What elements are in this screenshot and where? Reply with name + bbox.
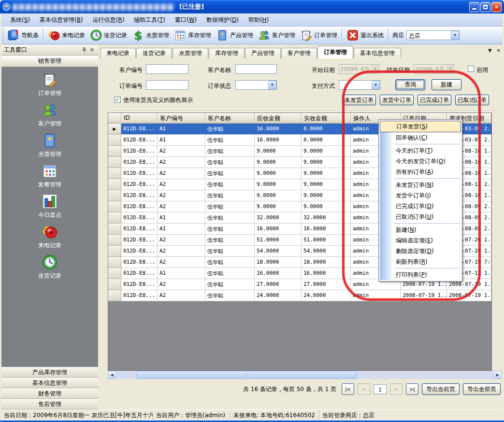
menu-item-t[interactable]: 辅助工具(T) xyxy=(129,14,170,26)
row-selector[interactable] xyxy=(108,212,121,224)
maximize-button[interactable] xyxy=(480,2,490,12)
sidebar-group-1[interactable]: 基本信息管理 xyxy=(1,378,98,388)
context-menu-item-15[interactable]: 刷新列表(R) xyxy=(380,256,461,267)
column-header-2[interactable]: 客户名称 xyxy=(205,113,255,124)
tab-水票管理[interactable]: 水票管理 xyxy=(173,48,208,58)
end-date-dropdown-icon[interactable]: ▼ xyxy=(446,65,454,73)
row-selector[interactable]: ▶ xyxy=(108,124,121,135)
sidebar-item-order-scroll[interactable]: 订单管理 xyxy=(1,71,98,102)
tab-close-icon[interactable]: ✕ xyxy=(497,48,501,53)
toolbar-button-product-book[interactable]: 产品管理 xyxy=(214,28,256,43)
query-button[interactable]: 查询 xyxy=(395,79,425,90)
sidebar-item-people[interactable]: 客户管理 xyxy=(1,102,98,132)
menu-item-b[interactable]: 基本信息管理(B) xyxy=(35,14,88,26)
order-status-combo[interactable]: ▼ xyxy=(235,80,277,90)
row-selector[interactable] xyxy=(108,257,121,268)
order-code-input[interactable] xyxy=(146,80,188,90)
row-selector[interactable] xyxy=(108,201,121,212)
tab-订单管理[interactable]: 订单管理 xyxy=(317,46,353,58)
toolbar-button-people[interactable]: 客户管理 xyxy=(256,28,298,43)
row-selector[interactable] xyxy=(108,179,121,190)
sidebar-group-2[interactable]: 财务管理 xyxy=(1,388,98,399)
toolbar-button-exit-x[interactable]: 退出系统 xyxy=(344,28,386,43)
row-selector[interactable] xyxy=(108,235,121,246)
sidebar-group-3[interactable]: 售后管理 xyxy=(1,399,98,409)
first-page-button[interactable]: |< xyxy=(342,383,354,395)
last-page-button[interactable]: >| xyxy=(406,383,418,395)
store-combo[interactable]: 总店▼ xyxy=(406,30,460,40)
close-button[interactable]: ✕ xyxy=(491,2,502,12)
tab-基本信息管理[interactable]: 基本信息管理 xyxy=(354,48,401,58)
pay-method-dropdown-icon[interactable]: ▼ xyxy=(372,81,380,89)
horizontal-scrollbar[interactable]: ◀ ▶ xyxy=(108,371,502,379)
customer-code-input[interactable] xyxy=(146,64,188,74)
context-menu-item-13[interactable]: 编辑选定项(E) xyxy=(380,235,461,246)
scroll-right-icon[interactable]: ▶ xyxy=(493,371,502,379)
context-menu-item-17[interactable]: 打印列表(P) xyxy=(380,269,461,280)
order-status-dropdown-icon[interactable]: ▼ xyxy=(268,81,276,89)
context-menu-item-14[interactable]: 删除选定项(D) xyxy=(380,246,461,256)
context-menu-item-7[interactable]: 未发货订单(N) xyxy=(380,180,461,190)
delivery-color-checkbox[interactable] xyxy=(115,97,121,103)
context-menu-item-0[interactable]: 订单发货(S) xyxy=(380,121,461,132)
sidebar-item-calendar-grid[interactable]: 套餐管理 xyxy=(1,163,98,193)
sidebar-item-product-book[interactable]: 水票管理 xyxy=(1,132,98,163)
context-menu-item-4[interactable]: 今天的发货订单(O) xyxy=(380,156,461,167)
start-date-picker[interactable]: 2009年 6月 8日▼ xyxy=(339,64,379,74)
context-menu-item-10[interactable]: 已取消订单(U) xyxy=(380,211,461,222)
row-selector[interactable] xyxy=(108,224,121,235)
toolbar-button-clock[interactable]: 送货记录 xyxy=(87,28,130,43)
status-filter-button-1[interactable]: 发货中订单 xyxy=(380,95,414,105)
tab-list-dropdown-icon[interactable]: ▼ xyxy=(488,48,492,53)
tab-送货记录[interactable]: 送货记录 xyxy=(136,48,172,58)
toolbar-button-nav-book[interactable]: 导航条 xyxy=(5,28,41,43)
column-header-1[interactable]: 客户编号 xyxy=(158,113,205,124)
next-page-button[interactable]: > xyxy=(390,383,403,395)
store-dropdown-icon[interactable]: ▼ xyxy=(451,31,459,40)
row-selector[interactable] xyxy=(108,146,121,157)
start-date-dropdown-icon[interactable]: ▼ xyxy=(372,65,379,73)
export-current-page-button[interactable]: 导出当前页 xyxy=(422,383,460,395)
status-filter-button-0[interactable]: 未发货订单 xyxy=(342,95,376,105)
tab-客户管理[interactable]: 客户管理 xyxy=(281,48,317,58)
context-menu-item-9[interactable]: 已完成订单(D) xyxy=(380,201,461,211)
row-selector[interactable] xyxy=(108,157,121,168)
context-menu-item-3[interactable]: 今天的订单(T) xyxy=(380,145,461,156)
context-menu-item-12[interactable]: 新建(N) xyxy=(380,225,461,235)
sidebar-item-clock[interactable]: 送货记录 xyxy=(1,254,98,284)
tab-来电记录[interactable]: 来电记录 xyxy=(100,48,136,58)
row-selector[interactable] xyxy=(108,168,121,179)
prev-page-button[interactable]: < xyxy=(358,383,370,395)
toolbar-button-order-scroll[interactable]: 订单管理 xyxy=(298,28,340,43)
new-button[interactable]: 新建 xyxy=(432,79,461,90)
menu-item-w[interactable]: 窗口(W) xyxy=(170,14,202,26)
table-row[interactable]: 012D-E8...A2伍华聪24.000024.0000admin2008-0… xyxy=(108,290,491,301)
context-menu-item-8[interactable]: 发货中订单(I) xyxy=(380,190,461,201)
menu-item-r[interactable]: 运行信息(R) xyxy=(88,14,130,26)
sidebar-item-alarm-bell[interactable]: 来电记录 xyxy=(1,224,98,254)
menu-item-h[interactable]: 帮助(H) xyxy=(244,14,274,26)
enable-checkbox[interactable] xyxy=(468,66,474,72)
status-filter-button-3[interactable]: 已取消订单 xyxy=(455,95,489,105)
row-selector[interactable] xyxy=(108,268,121,279)
toolbar-button-alarm-bell[interactable]: 来电记录 xyxy=(45,28,87,43)
minimize-button[interactable] xyxy=(469,2,479,12)
export-all-pages-button[interactable]: 导出全部页 xyxy=(463,383,501,395)
context-menu-item-1[interactable]: 回单确认(C) xyxy=(380,132,461,143)
sidebar-group-0[interactable]: 产品库存管理 xyxy=(1,367,98,378)
page-number-input[interactable] xyxy=(374,384,387,394)
tab-产品管理[interactable]: 产品管理 xyxy=(245,48,281,58)
row-selector[interactable] xyxy=(108,246,121,257)
tab-库存管理[interactable]: 库存管理 xyxy=(209,48,245,58)
status-filter-button-2[interactable]: 已完成订单 xyxy=(418,95,451,105)
customer-name-input[interactable] xyxy=(235,64,277,74)
row-selector[interactable] xyxy=(108,290,121,301)
pin-icon[interactable] xyxy=(80,46,88,54)
end-date-picker[interactable]: 2009年 6月 8日▼ xyxy=(414,64,454,74)
row-selector[interactable] xyxy=(108,135,121,146)
toolbar-button-calendar-grid[interactable]: 库存管理 xyxy=(172,28,214,43)
context-menu-item-5[interactable]: 所有的订单(A) xyxy=(380,167,461,177)
column-header-0[interactable]: ID xyxy=(121,113,158,124)
row-selector[interactable] xyxy=(108,190,121,201)
menu-item-s[interactable]: 系统(S) xyxy=(5,14,35,26)
